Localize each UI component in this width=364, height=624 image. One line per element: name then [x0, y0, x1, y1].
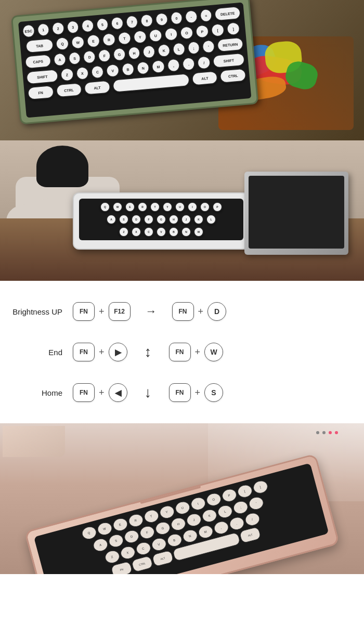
- arrow-right: →: [131, 305, 172, 318]
- key-w: W: [204, 343, 223, 361]
- pink-key: B: [166, 532, 183, 548]
- pink-key: ;: [232, 500, 249, 515]
- arrow-right-icon: →: [146, 305, 157, 318]
- pink-key: ': [248, 496, 265, 511]
- plus-3: +: [99, 347, 105, 358]
- shortcut-label-brightness: Brightness UP: [10, 307, 73, 316]
- pink-key-alt: ALT: [152, 550, 174, 567]
- pink-key: J: [185, 512, 202, 528]
- pink-key: A: [92, 537, 109, 553]
- key-fn-4: FN: [169, 343, 191, 361]
- plus-6: +: [195, 387, 201, 398]
- pink-key: R: [127, 513, 144, 528]
- pink-key: K: [201, 508, 218, 524]
- pink-key: T: [142, 509, 160, 524]
- pink-key: Y: [158, 504, 175, 520]
- photo-person-typing: Q W E R T Y U I O P A S D F G H: [0, 140, 364, 281]
- key-combo-home-left: FN + ◀: [73, 383, 127, 402]
- key-fn-6: FN: [169, 383, 191, 402]
- pink-key: D: [123, 529, 140, 544]
- pink-key: N: [181, 528, 199, 544]
- led-3: [329, 431, 332, 434]
- pink-key: .: [228, 516, 245, 531]
- key-combo-end-left: FN + ▶: [73, 343, 127, 361]
- key-fn-2: FN: [172, 302, 194, 321]
- key-combo-brightness-left: FN + F12: [73, 302, 131, 321]
- pink-key: V: [150, 537, 167, 552]
- key-arrow-left: ◀: [109, 383, 127, 402]
- pink-key: U: [174, 500, 191, 516]
- led-2: [322, 431, 326, 434]
- pink-key: I: [189, 496, 206, 512]
- pink-key: E: [111, 517, 128, 532]
- led-1: [316, 431, 319, 434]
- shortcut-row-home: Home FN + ◀ ↓ FN + S: [10, 378, 354, 408]
- pink-key: S: [108, 533, 125, 549]
- status-leds: [316, 431, 338, 434]
- pink-key-alt2: ALT: [239, 526, 262, 543]
- shortcut-label-end: End: [10, 348, 73, 357]
- shortcut-row-end: End FN + ▶ ↕ FN + W: [10, 337, 354, 367]
- pink-key: C: [135, 541, 152, 556]
- pink-key-ctrl: CTRL: [131, 555, 153, 573]
- photo-keyboard-green: ESC 123 456 789 0-= DELETE TAB QWE RTY U…: [0, 0, 364, 140]
- arrow-down: ↓: [127, 384, 169, 401]
- pink-key: Q: [80, 525, 97, 541]
- pink-key: /: [243, 512, 261, 527]
- pink-key: ,: [212, 520, 229, 536]
- key-s: S: [204, 383, 223, 402]
- pink-key: [: [236, 484, 253, 499]
- photo-keyboard-pink: Q W E R T Y U I O P [ ] A S D F: [0, 423, 364, 574]
- key-combo-home-right: FN + S: [169, 383, 224, 402]
- key-combo-brightness-right: FN + D: [172, 302, 227, 321]
- key-fn-3: FN: [73, 343, 95, 361]
- pink-key: M: [197, 524, 214, 540]
- shortcut-row-brightness: Brightness UP FN + F12 → FN + D: [10, 296, 354, 327]
- key-f12: F12: [109, 302, 131, 321]
- plus-4: +: [195, 347, 201, 358]
- plus-5: +: [99, 387, 105, 398]
- pink-key: H: [170, 516, 187, 532]
- shortcut-section: Brightness UP FN + F12 → FN + D End FN +…: [0, 281, 364, 423]
- pink-key: G: [154, 521, 171, 536]
- arrow-down-icon: ↓: [145, 384, 152, 401]
- pink-key: W: [96, 521, 113, 537]
- pink-key: ]: [252, 479, 269, 495]
- key-combo-end-right: FN + W: [169, 343, 224, 361]
- led-4: [335, 431, 338, 434]
- pink-key: L: [216, 504, 233, 519]
- pink-key: Z: [103, 549, 121, 565]
- pink-key: X: [119, 545, 136, 561]
- arrow-updown: ↕: [127, 344, 169, 360]
- pink-key: P: [220, 488, 238, 503]
- key-d: D: [207, 302, 226, 321]
- arrow-updown-icon: ↕: [145, 344, 152, 360]
- plus-2: +: [198, 306, 204, 317]
- plus-1: +: [99, 306, 105, 317]
- shortcut-label-home: Home: [10, 388, 73, 397]
- pink-key: F: [138, 525, 155, 540]
- key-fn-1: FN: [73, 302, 95, 321]
- key-fn-5: FN: [73, 383, 95, 402]
- pink-key: O: [205, 492, 222, 508]
- key-arrow-right: ▶: [109, 343, 127, 361]
